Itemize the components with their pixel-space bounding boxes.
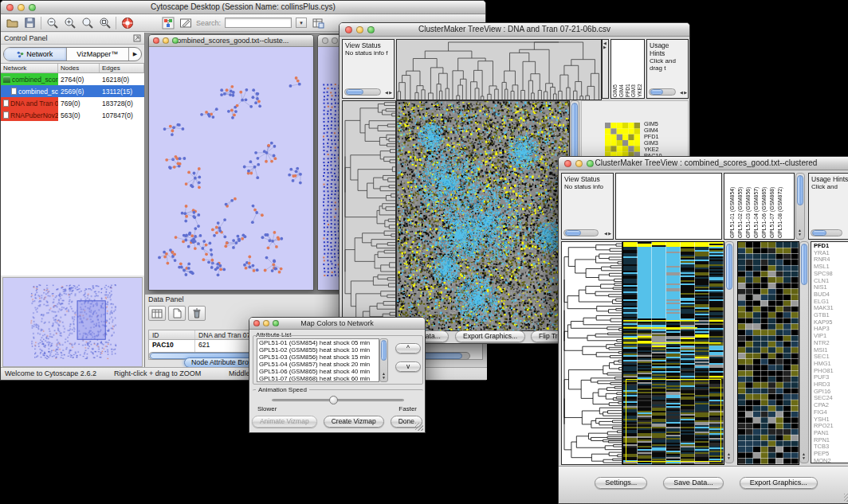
zoom-button[interactable] xyxy=(29,4,36,11)
scrollbar-thumb[interactable] xyxy=(801,244,807,285)
annotation-icon[interactable] xyxy=(179,16,192,29)
labels-vscrollbar[interactable]: ▲▼ xyxy=(795,173,805,240)
network-row[interactable]: DNA and Tran 07 769(0) 183728(0) xyxy=(1,97,144,109)
matrix-column-label[interactable]: GIM4 xyxy=(619,41,625,97)
minimize-button[interactable] xyxy=(18,4,25,11)
column-dendrogram[interactable] xyxy=(396,39,602,100)
birdseye-view[interactable] xyxy=(2,277,143,367)
row-dendrogram[interactable] xyxy=(561,241,622,465)
help-ring-icon[interactable] xyxy=(120,16,134,29)
new-attribute-icon[interactable] xyxy=(168,306,186,321)
zoom-button[interactable] xyxy=(367,26,375,33)
move-up-button[interactable]: ^ xyxy=(395,343,421,354)
close-button[interactable] xyxy=(322,37,328,44)
close-button[interactable] xyxy=(253,320,260,326)
treeview1-button[interactable]: Export Graphics... xyxy=(455,330,525,342)
zoom-in-icon[interactable] xyxy=(63,16,77,29)
hints-hscrollbar[interactable] xyxy=(811,229,842,236)
array-column-label[interactable]: GPL51-03 (GSM856) xyxy=(744,174,752,238)
search-input[interactable] xyxy=(225,18,292,28)
col-id[interactable]: ID xyxy=(149,330,195,339)
dialog-titlebar[interactable]: Map Colors to Network xyxy=(249,318,425,330)
import-table-icon[interactable] xyxy=(311,16,324,29)
speed-slider-track[interactable] xyxy=(272,399,404,401)
speed-slider-thumb[interactable] xyxy=(329,396,338,404)
tab-overflow-arrow[interactable]: ▶ xyxy=(128,48,141,61)
network-row[interactable]: RNAPuberNov2+ 563(0) 107847(0) xyxy=(1,109,144,121)
scroll-arrows[interactable]: ▲▼ xyxy=(802,452,806,460)
attribute-list-item[interactable]: GPL51-04 (GSM857) heat shock 20 min xyxy=(259,361,379,368)
zoom-button[interactable] xyxy=(273,320,279,326)
scrollbar-thumb[interactable] xyxy=(346,89,363,95)
scroll-arrows[interactable]: ◀ ▶ xyxy=(385,91,392,95)
scrollbar-thumb[interactable] xyxy=(726,244,732,290)
attribute-list-vscrollbar[interactable]: ▲▼ xyxy=(379,338,388,382)
zoom-button[interactable] xyxy=(587,160,594,167)
array-column-label[interactable]: GPL51-07 (GSM868) xyxy=(768,174,775,238)
zoom-actual-icon[interactable] xyxy=(80,16,94,29)
scrollbar-thumb[interactable] xyxy=(565,230,581,236)
zoom-vscrollbar[interactable]: ▲▼ xyxy=(799,241,809,463)
array-column-label[interactable]: GPL51-02 (GSM855) xyxy=(736,174,744,238)
array-column-label[interactable]: GPL51-04 (GSM857) xyxy=(752,174,760,238)
scroll-arrows[interactable]: ▲▼ xyxy=(382,372,386,380)
matrix-column-label[interactable]: YKE2 xyxy=(638,41,643,97)
zoom-button[interactable] xyxy=(172,37,179,44)
hints-hscrollbar[interactable] xyxy=(649,88,676,96)
attribute-list-item[interactable]: GPL51-02 (GSM855) heat shock 10 min xyxy=(259,346,379,354)
treeview1-titlebar[interactable]: ClusterMaker TreeView : DNA and Tran 07-… xyxy=(340,23,689,37)
close-button[interactable] xyxy=(6,4,14,11)
scroll-arrows[interactable]: ◀ ▶ xyxy=(604,232,611,236)
close-button[interactable] xyxy=(345,26,352,33)
global-heatmap[interactable] xyxy=(396,100,570,331)
attribute-list-item[interactable]: GPL51-06 (GSM865) heat shock 40 min xyxy=(259,368,379,375)
treeview2-button[interactable]: Settings... xyxy=(595,477,647,489)
array-column-label[interactable]: GPL51-08 (GSM872) xyxy=(776,174,783,238)
global-heatmap[interactable] xyxy=(622,241,724,465)
minimize-button[interactable] xyxy=(263,320,269,326)
float-panel-icon[interactable] xyxy=(133,34,141,42)
dialog-button[interactable]: Create Vizmap xyxy=(324,416,384,428)
minimize-button[interactable] xyxy=(575,160,583,167)
array-column-label[interactable]: GPL51-01 (GSM854) xyxy=(728,174,736,238)
scrollbar-thumb[interactable] xyxy=(797,175,803,205)
treeview2-titlebar[interactable]: ClusterMaker TreeView : combined_scores_… xyxy=(559,157,848,170)
scrollbar-thumb[interactable] xyxy=(812,230,826,236)
network-row[interactable]: combined_sco 2569(6) 13112(15) xyxy=(1,85,144,97)
matrix-column-label[interactable]: PAC10 xyxy=(644,41,645,97)
network-view-window[interactable]: combined_scores_good.txt--cluste... xyxy=(148,34,314,291)
select-attributes-icon[interactable] xyxy=(148,306,166,321)
minimize-button[interactable] xyxy=(356,26,363,33)
treeview2-button[interactable]: Export Graphics... xyxy=(740,477,818,489)
resize-grip[interactable] xyxy=(415,423,423,431)
attribute-list-item[interactable]: GPL51-03 (GSM856) heat shock 15 min xyxy=(259,354,379,361)
scroll-arrows[interactable]: ▲▼ xyxy=(798,229,802,236)
tab-network[interactable]: Network xyxy=(4,48,66,61)
vizmapper-icon[interactable] xyxy=(161,16,175,29)
global-vscrollbar[interactable]: ▲▼ xyxy=(724,241,734,463)
open-folder-icon[interactable] xyxy=(6,16,19,29)
tab-vizmapper[interactable]: VizMapper™ xyxy=(66,48,129,61)
close-button[interactable] xyxy=(564,160,571,167)
delete-attribute-icon[interactable] xyxy=(188,306,206,321)
gene-label[interactable]: MON2 xyxy=(814,458,848,463)
col-network[interactable]: Network xyxy=(1,64,58,72)
save-icon[interactable] xyxy=(23,16,37,29)
dialog-button[interactable]: Animate Vizmap xyxy=(252,416,317,428)
minimize-button[interactable] xyxy=(332,37,338,44)
attribute-list-item[interactable]: GPL51-01 (GSM854) heat shock 05 min xyxy=(259,339,379,346)
zoom-matrix[interactable] xyxy=(605,123,640,158)
scroll-arrows[interactable]: ◀ ▶ xyxy=(680,91,687,95)
network-canvas[interactable] xyxy=(149,47,313,290)
mini-scroll-strip[interactable]: ◀▶ xyxy=(602,39,609,99)
col-edges[interactable]: Edges xyxy=(100,64,144,72)
search-dropdown-button[interactable]: ▼ xyxy=(296,18,307,28)
matrix-column-label[interactable]: GIM5 xyxy=(613,41,618,97)
status-hscrollbar[interactable] xyxy=(563,229,599,236)
col-nodes[interactable]: Nodes xyxy=(58,64,100,72)
zoom-heatmap[interactable] xyxy=(737,241,799,465)
zoom-out-icon[interactable] xyxy=(45,16,59,29)
resize-grip[interactable] xyxy=(844,494,848,502)
cytoscape-titlebar[interactable]: Cytoscape Desktop (Session Name: collins… xyxy=(1,1,485,14)
array-column-label[interactable]: GPL51-06 (GSM865) xyxy=(760,174,768,238)
